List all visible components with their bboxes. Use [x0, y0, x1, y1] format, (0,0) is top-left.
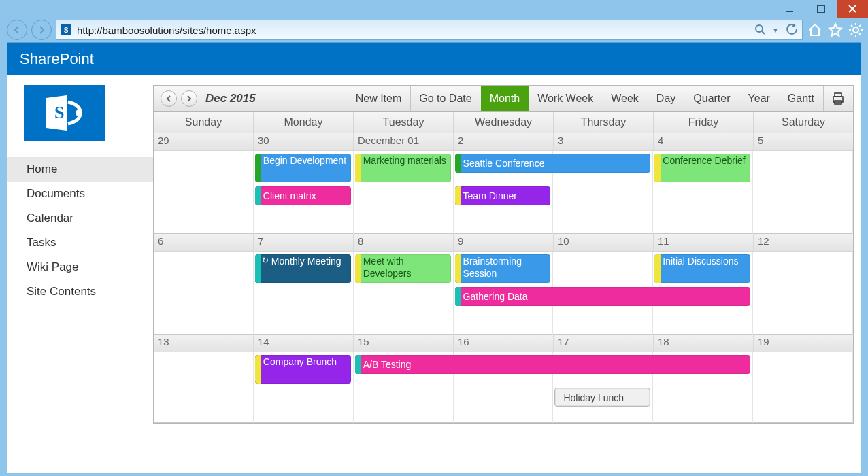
event-title: Company Brunch: [263, 356, 337, 367]
sidebar: S HomeDocumentsCalendarTasksWiki PageSit…: [7, 75, 153, 473]
day-header: Wednesday: [454, 112, 554, 133]
calendar-event[interactable]: ↻Monthly Meeting: [255, 254, 351, 283]
calendar-event[interactable]: Gathering Data: [455, 287, 751, 306]
favorites-icon[interactable]: [827, 22, 844, 38]
date-cell[interactable]: 15: [354, 335, 454, 352]
sharepoint-ribbon: SharePoint: [7, 43, 861, 75]
calendar-event[interactable]: Marketing materials: [355, 154, 451, 182]
day-header: Monday: [254, 112, 354, 133]
date-cell[interactable]: 19: [754, 335, 853, 352]
date-cell[interactable]: 29: [154, 133, 254, 150]
view-year[interactable]: Year: [739, 86, 779, 111]
calendar-event[interactable]: Brainstorming Session: [455, 254, 551, 283]
event-title: Meet with Developers: [363, 256, 412, 279]
dropdown-icon[interactable]: ▼: [772, 27, 779, 34]
url-input[interactable]: [76, 24, 750, 37]
sharepoint-brand: SharePoint: [20, 50, 94, 68]
date-cell[interactable]: 6: [154, 234, 254, 251]
svg-line-11: [851, 25, 852, 27]
view-quarter[interactable]: Quarter: [684, 86, 739, 111]
view-work-week[interactable]: Work Week: [529, 86, 602, 111]
date-cell[interactable]: 18: [654, 335, 754, 352]
calendar-event[interactable]: Holiday Lunch: [554, 388, 650, 407]
month-label: Dec 2015: [205, 92, 256, 105]
settings-icon[interactable]: [848, 22, 864, 38]
day-header: Tuesday: [354, 112, 454, 133]
day-header: Sunday: [154, 112, 254, 133]
calendar-event[interactable]: Client matrix: [255, 186, 351, 205]
calendar-event[interactable]: Seattle Conference: [455, 154, 651, 173]
date-cell[interactable]: December 01: [354, 133, 454, 150]
view-month[interactable]: Month: [481, 86, 529, 111]
date-cell[interactable]: 5: [754, 133, 853, 150]
event-title: A/B Testing: [363, 359, 412, 370]
svg-text:S: S: [54, 103, 64, 122]
sidebar-item-site-contents[interactable]: Site Contents: [7, 279, 153, 304]
browser-toolbar: S ▼: [0, 18, 868, 45]
window-maximize-button[interactable]: [805, 0, 837, 18]
event-title: Brainstorming Session: [463, 256, 522, 279]
date-cell[interactable]: 13: [154, 335, 254, 352]
window-minimize-button[interactable]: [774, 0, 805, 18]
recurring-icon: ↻: [262, 256, 269, 266]
calendar-event[interactable]: Team Dinner: [455, 186, 551, 205]
sidebar-item-documents[interactable]: Documents: [7, 182, 153, 206]
view-gantt[interactable]: Gantt: [779, 86, 823, 111]
date-cell[interactable]: 3: [554, 133, 654, 150]
print-button[interactable]: [823, 86, 853, 111]
prev-month-button[interactable]: [161, 90, 177, 107]
calendar-event[interactable]: Begin Development: [255, 154, 351, 182]
date-cell[interactable]: 8: [354, 234, 454, 251]
calendar-event[interactable]: Company Brunch: [255, 355, 351, 384]
date-cell[interactable]: 7: [254, 234, 354, 251]
sidebar-item-wiki-page[interactable]: Wiki Page: [7, 255, 153, 279]
event-title: Initial Discussions: [663, 256, 738, 267]
sidebar-item-home[interactable]: Home: [7, 157, 153, 182]
date-cell[interactable]: 11: [654, 234, 754, 251]
calendar-event[interactable]: Initial Discussions: [654, 254, 750, 283]
svg-rect-1: [818, 5, 824, 12]
svg-point-16: [76, 109, 82, 116]
day-header: Thursday: [554, 112, 654, 133]
calendar-event[interactable]: A/B Testing: [355, 355, 750, 374]
event-title: Begin Development: [263, 155, 346, 166]
view-week[interactable]: Week: [602, 86, 648, 111]
window-close-button[interactable]: [837, 0, 868, 18]
address-bar[interactable]: S ▼: [56, 20, 803, 40]
calendar-event[interactable]: Meet with Developers: [355, 254, 451, 283]
day-header: Friday: [654, 112, 754, 133]
date-cell[interactable]: 12: [754, 234, 853, 251]
calendar-weeks: 2930December 012345Begin DevelopmentMark…: [154, 133, 853, 423]
refresh-icon[interactable]: [786, 23, 798, 37]
window-titlebar: [0, 0, 868, 18]
search-icon[interactable]: [754, 24, 765, 37]
svg-line-5: [762, 31, 765, 34]
date-cell[interactable]: 14: [254, 335, 354, 352]
view-day[interactable]: Day: [648, 86, 684, 111]
svg-line-13: [851, 33, 852, 35]
date-cell[interactable]: 17: [554, 335, 654, 352]
svg-rect-18: [835, 93, 841, 97]
back-button[interactable]: [7, 20, 27, 40]
calendar: Dec 2015 New Item Go to DateMonthWork We…: [153, 85, 854, 424]
day-header-row: SundayMondayTuesdayWednesdayThursdayFrid…: [154, 112, 853, 133]
date-cell[interactable]: 30: [254, 133, 354, 150]
date-cell[interactable]: 10: [554, 234, 654, 251]
day-header: Saturday: [754, 112, 853, 133]
sidebar-nav: HomeDocumentsCalendarTasksWiki PageSite …: [7, 157, 153, 304]
site-favicon: S: [61, 24, 71, 35]
home-icon[interactable]: [807, 22, 823, 38]
date-cell[interactable]: 2: [454, 133, 554, 150]
sidebar-item-tasks[interactable]: Tasks: [7, 231, 153, 255]
sharepoint-logo: S: [24, 85, 105, 141]
date-cell[interactable]: 16: [454, 335, 554, 352]
sidebar-item-calendar[interactable]: Calendar: [7, 206, 153, 231]
next-month-button[interactable]: [181, 90, 197, 107]
date-cell[interactable]: 4: [654, 133, 754, 150]
view-go-to-date[interactable]: Go to Date: [410, 86, 480, 111]
date-cell[interactable]: 9: [454, 234, 554, 251]
forward-button[interactable]: [31, 20, 52, 40]
svg-line-12: [859, 33, 861, 35]
new-item-button[interactable]: New Item: [347, 86, 411, 111]
calendar-event[interactable]: Conference Debrief: [654, 154, 750, 182]
